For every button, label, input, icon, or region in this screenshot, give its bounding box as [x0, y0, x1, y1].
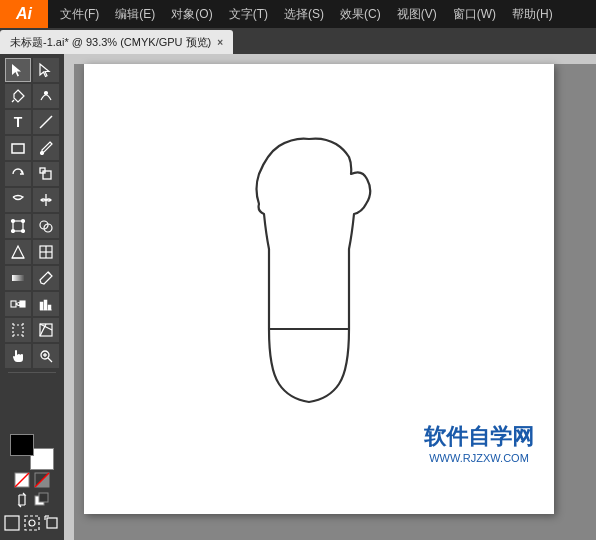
svg-rect-8: [13, 221, 23, 231]
swap-colors-icon[interactable]: [14, 492, 30, 508]
svg-rect-22: [11, 301, 16, 307]
svg-rect-20: [12, 275, 24, 281]
menu-select[interactable]: 选择(S): [276, 0, 332, 28]
tool-row-rotate: [4, 162, 60, 186]
rectangle-tool[interactable]: [5, 136, 31, 160]
gradient-tool[interactable]: [5, 266, 31, 290]
svg-rect-5: [43, 171, 51, 179]
svg-rect-24: [40, 302, 43, 310]
menu-view[interactable]: 视图(V): [389, 0, 445, 28]
menu-help[interactable]: 帮助(H): [504, 0, 561, 28]
direct-selection-tool[interactable]: [33, 58, 59, 82]
watermark: 软件自学网 WWW.RJZXW.COM: [424, 422, 534, 464]
selection-tool[interactable]: [5, 58, 31, 82]
color-icons-row: [14, 472, 50, 488]
slice-tool[interactable]: [33, 318, 59, 342]
tabbar: 未标题-1.ai* @ 93.3% (CMYK/GPU 预览) ×: [0, 28, 596, 54]
svg-line-21: [48, 272, 50, 274]
canvas-area[interactable]: 软件自学网 WWW.RJZXW.COM: [64, 54, 596, 540]
tool-row-artboard: [4, 318, 60, 342]
hand-tool[interactable]: [5, 344, 31, 368]
menu-window[interactable]: 窗口(W): [445, 0, 504, 28]
screen-mode-icon[interactable]: [3, 514, 21, 532]
titlebar: Ai 文件(F) 编辑(E) 对象(O) 文字(T) 选择(S) 效果(C) 视…: [0, 0, 596, 28]
watermark-url-text: WWW.RJZXW.COM: [424, 452, 534, 464]
svg-line-0: [12, 100, 14, 102]
svg-point-11: [22, 230, 25, 233]
svg-rect-50: [25, 516, 39, 530]
mesh-tool[interactable]: [33, 240, 59, 264]
active-tab[interactable]: 未标题-1.ai* @ 93.3% (CMYK/GPU 预览) ×: [0, 30, 233, 54]
color-boxes[interactable]: [10, 434, 54, 470]
svg-rect-52: [47, 518, 57, 528]
svg-point-10: [22, 220, 25, 223]
tool-row-warp: [4, 188, 60, 212]
perspective-tool[interactable]: [5, 240, 31, 264]
svg-rect-23: [20, 301, 25, 307]
svg-rect-49: [5, 516, 19, 530]
draw-behind-icon[interactable]: [43, 514, 61, 532]
tool-row-gradient: [4, 266, 60, 290]
color-mode-icon[interactable]: [34, 472, 50, 488]
svg-point-12: [12, 230, 15, 233]
ruler-top: [64, 54, 596, 64]
svg-point-51: [29, 520, 35, 526]
svg-rect-48: [39, 493, 48, 502]
paintbrush-tool[interactable]: [33, 136, 59, 160]
tool-row-transform: [4, 214, 60, 238]
warp-tool[interactable]: [5, 188, 31, 212]
toolbar-separator: [8, 372, 56, 373]
document-canvas: 软件自学网 WWW.RJZXW.COM: [84, 64, 554, 514]
svg-point-9: [12, 220, 15, 223]
svg-line-2: [40, 116, 52, 128]
bottom-icons-row: [3, 514, 61, 532]
scale-tool[interactable]: [33, 162, 59, 186]
rotate-tool[interactable]: [5, 162, 31, 186]
menubar: 文件(F) 编辑(E) 对象(O) 文字(T) 选择(S) 效果(C) 视图(V…: [48, 0, 596, 28]
svg-marker-15: [12, 246, 24, 258]
tool-row-type: T: [4, 110, 60, 134]
default-colors-icon[interactable]: [34, 492, 50, 508]
menu-edit[interactable]: 编辑(E): [107, 0, 163, 28]
tool-row-pen: [4, 84, 60, 108]
menu-object[interactable]: 对象(O): [163, 0, 220, 28]
zoom-tool[interactable]: [33, 344, 59, 368]
pen-tool[interactable]: [5, 84, 31, 108]
svg-rect-28: [13, 325, 23, 335]
none-color-icon[interactable]: [14, 472, 30, 488]
main-area: T: [0, 54, 596, 540]
tab-title: 未标题-1.ai* @ 93.3% (CMYK/GPU 预览): [10, 35, 211, 50]
tool-row-rect: [4, 136, 60, 160]
column-graph-tool[interactable]: [33, 292, 59, 316]
svg-rect-26: [48, 305, 51, 310]
svg-rect-3: [12, 144, 24, 153]
tool-row-blend: [4, 292, 60, 316]
width-tool[interactable]: [33, 188, 59, 212]
tool-row-perspective: [4, 240, 60, 264]
tool-row-select: [4, 58, 60, 82]
menu-file[interactable]: 文件(F): [52, 0, 107, 28]
blend-tool[interactable]: [5, 292, 31, 316]
svg-point-4: [41, 152, 44, 155]
curvature-tool[interactable]: [33, 84, 59, 108]
color-section: [3, 434, 61, 540]
menu-type[interactable]: 文字(T): [221, 0, 276, 28]
swap-reset-row: [14, 492, 50, 508]
ruler-left: [64, 54, 74, 540]
svg-rect-25: [44, 300, 47, 310]
eyedropper-tool[interactable]: [33, 266, 59, 290]
free-transform-tool[interactable]: [5, 214, 31, 238]
line-tool[interactable]: [33, 110, 59, 134]
menu-effect[interactable]: 效果(C): [332, 0, 389, 28]
tool-row-hand: [4, 344, 60, 368]
draw-inside-icon[interactable]: [23, 514, 41, 532]
type-tool[interactable]: T: [5, 110, 31, 134]
app-logo: Ai: [0, 0, 48, 28]
foreground-color-swatch[interactable]: [10, 434, 34, 456]
svg-line-37: [48, 358, 52, 362]
artboard-tool[interactable]: [5, 318, 31, 342]
tab-close-button[interactable]: ×: [217, 37, 223, 48]
shape-builder-tool[interactable]: [33, 214, 59, 238]
watermark-main-text: 软件自学网: [424, 422, 534, 452]
svg-point-1: [45, 92, 48, 95]
